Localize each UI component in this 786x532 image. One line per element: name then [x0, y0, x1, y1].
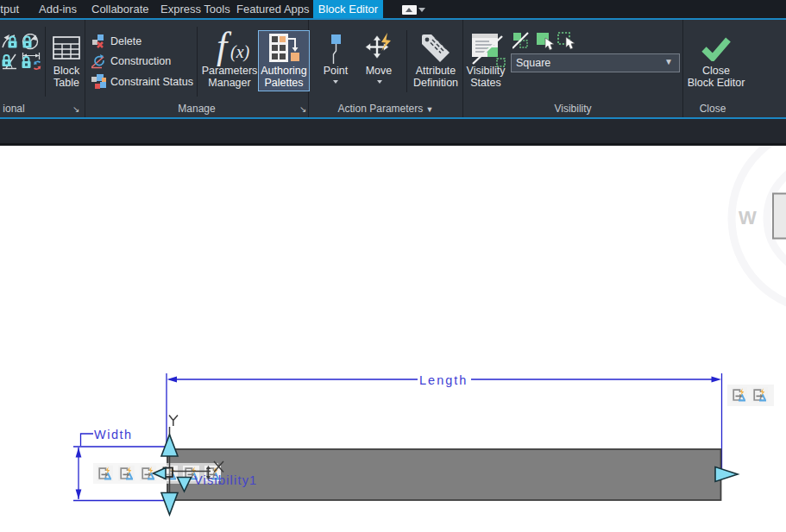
svg-text:W: W: [739, 207, 757, 228]
svg-text:(x): (x): [230, 42, 250, 62]
svg-text:Visibility1: Visibility1: [194, 473, 257, 487]
svg-text:Length: Length: [419, 373, 468, 387]
svg-text:Width: Width: [94, 428, 133, 441]
